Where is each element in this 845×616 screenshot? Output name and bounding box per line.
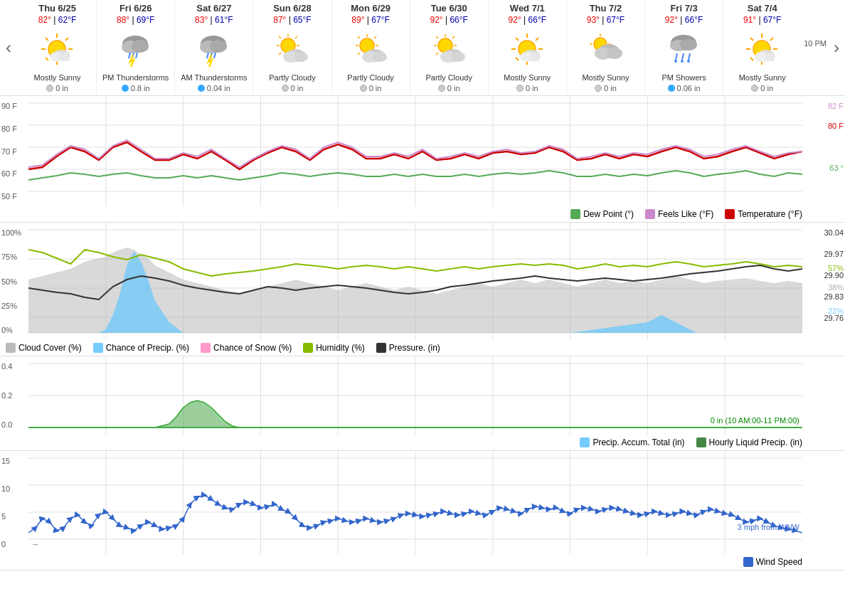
pressure-label-4: 29.83 <box>824 292 844 301</box>
weather-icon <box>193 28 235 70</box>
svg-line-23 <box>214 53 216 58</box>
legend-dewpoint: Dew Point (°) <box>570 209 634 219</box>
day-col-3: Sun 6/2887° | 65°F Partly Cloudy0 in <box>253 0 331 95</box>
svg-line-94 <box>750 38 753 41</box>
svg-line-53 <box>436 36 438 38</box>
weather-icon <box>663 28 706 70</box>
accum-y-axis: 0.4 0.2 0.0 <box>0 356 28 435</box>
day-precip: 0.04 in <box>198 84 230 92</box>
day-desc: PM Thunderstorms <box>102 73 169 83</box>
days-row: ‹ Thu 6/2582° | 62°F Mostly Sunny0 inFri… <box>0 0 845 96</box>
day-desc: Partly Cloudy <box>269 73 315 83</box>
day-col-2: Sat 6/2783° | 61°F AM Thunderstorms0.04 … <box>175 0 253 95</box>
legend-temperature: Temperature (°F) <box>725 209 802 219</box>
accum-note: 0 in (10 AM:00-11 PM:00) <box>711 416 799 425</box>
accum-chart-area: 0 in (10 AM:00-11 PM:00) <box>28 356 802 435</box>
svg-point-59 <box>451 52 465 62</box>
svg-line-56 <box>436 53 438 55</box>
accum-chart-svg <box>28 356 802 435</box>
svg-point-11 <box>59 53 70 61</box>
svg-line-8 <box>46 58 48 60</box>
precip-chart-section: 100% 75% 50% 25% 0% <box>0 223 845 356</box>
wind-arrow-label: → <box>31 540 39 548</box>
svg-line-68 <box>516 58 519 60</box>
weather-widget: ‹ Thu 6/2582° | 62°F Mostly Sunny0 inFri… <box>0 0 845 570</box>
precip-pct-label: 22% <box>828 307 844 315</box>
svg-point-35 <box>294 52 308 62</box>
day-precip: 0 in <box>516 84 538 92</box>
svg-point-14 <box>132 40 149 53</box>
day-desc: AM Thunderstorms <box>181 73 247 83</box>
day-precip: 0.06 in <box>668 84 701 92</box>
weather-icon <box>349 28 392 70</box>
svg-line-67 <box>536 38 538 41</box>
legend-pressure: Pressure. (in) <box>376 343 440 353</box>
svg-point-71 <box>529 53 541 61</box>
precip-dot <box>516 85 524 92</box>
svg-point-87 <box>681 60 684 63</box>
day-desc: Mostly Sunny <box>504 73 551 83</box>
day-desc: Mostly Sunny <box>739 73 786 83</box>
precip-dot <box>668 85 675 92</box>
day-precip: 0 in <box>282 84 304 92</box>
feels-like-label: 82 F <box>828 102 844 110</box>
svg-point-20 <box>210 40 227 53</box>
precip-dot <box>198 85 205 92</box>
nav-prev-button[interactable]: ‹ <box>1 38 16 58</box>
day-temps: 91° | 67°F <box>743 15 781 25</box>
wind-chart-svg <box>28 451 802 554</box>
svg-line-7 <box>65 38 68 41</box>
nav-next-button[interactable]: › <box>829 38 844 58</box>
day-temps: 88° | 69°F <box>117 15 154 25</box>
humidity-swatch <box>303 343 313 353</box>
day-temps: 92° | 66°F <box>430 15 467 25</box>
svg-line-41 <box>358 36 360 38</box>
day-desc: Mostly Sunny <box>582 73 629 83</box>
dewpoint-swatch <box>570 209 580 219</box>
day-name: Tue 6/30 <box>431 3 467 14</box>
day-col-1: Fri 6/2688° | 69°F PM Thunderstorms0.8 i… <box>97 0 175 95</box>
temp-label: 80 F <box>828 122 844 130</box>
feelslike-swatch <box>645 209 655 219</box>
day-col-8: Fri 7/392° | 66°F PM Showers0.06 in <box>645 0 723 95</box>
day-precip: 0 in <box>360 84 382 92</box>
accum-chart-section: 0.4 0.2 0.0 <box>0 356 845 451</box>
weather-icon <box>741 28 784 70</box>
svg-line-29 <box>279 36 281 38</box>
precipchance-swatch <box>93 343 103 353</box>
timeline-label: 10 PM <box>804 39 827 48</box>
temp-y-axis: 90 F 80 F 70 F 60 F 50 F <box>0 96 28 206</box>
legend-cloudcover: Cloud Cover (%) <box>6 343 82 353</box>
svg-marker-143 <box>155 400 240 428</box>
day-desc: Partly Cloudy <box>347 73 393 83</box>
legend-snow-chance: Chance of Snow (%) <box>201 343 292 353</box>
day-precip: 0.8 in <box>122 84 150 92</box>
svg-line-31 <box>295 36 297 38</box>
day-col-5: Tue 6/3092° | 66°F Partly Cloudy0 in <box>410 0 489 95</box>
precip-dot <box>122 85 129 92</box>
legend-precip-chance: Chance of Precip. (%) <box>93 343 189 353</box>
day-precip: 0 in <box>46 84 68 92</box>
day-name: Wed 7/1 <box>510 3 545 14</box>
wind-y-axis: 15 10 5 0 <box>0 451 28 554</box>
pressure-label-2: 29.97 <box>824 250 844 258</box>
svg-line-43 <box>374 36 376 38</box>
temp-chart-svg <box>28 96 802 206</box>
day-name: Fri 7/3 <box>670 3 697 14</box>
day-name: Fri 6/26 <box>119 3 152 14</box>
legend-hourly-liquid: Hourly Liquid Precip. (in) <box>696 437 802 447</box>
svg-line-83 <box>676 53 677 60</box>
legend-feelslike: Feels Like (°F) <box>645 209 713 219</box>
precip-dot <box>360 85 367 92</box>
day-temps: 89° | 67°F <box>351 15 389 25</box>
weather-icon <box>506 28 548 70</box>
day-col-6: Wed 7/192° | 66°F Mostly Sunny0 in <box>489 0 567 95</box>
day-col-0: Thu 6/2582° | 62°F Mostly Sunny0 in <box>18 0 97 95</box>
svg-point-100 <box>764 53 775 61</box>
day-name: Mon 6/29 <box>351 3 390 14</box>
snowchance-swatch <box>201 343 211 353</box>
humidity-label: 57% <box>828 264 844 272</box>
svg-point-88 <box>687 60 690 63</box>
day-name: Sat 6/27 <box>196 3 231 14</box>
day-temps: 92° | 66°F <box>509 15 546 25</box>
